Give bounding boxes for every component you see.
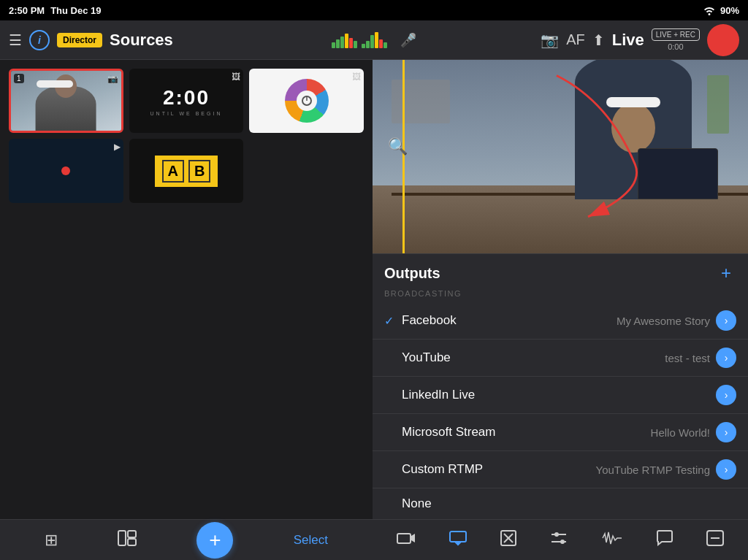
check-icon-linkedin: ✓: [384, 388, 399, 402]
toolbar: ☰ i Director Sources: [0, 20, 748, 60]
grid-icon[interactable]: ⊞: [45, 531, 58, 550]
output-sub-microsoft: Hello World!: [651, 426, 710, 439]
status-right: 90%: [703, 5, 739, 16]
output-name-youtube: YouTube: [402, 350, 665, 365]
director-badge[interactable]: Director: [57, 33, 102, 47]
output-name-none: None: [402, 496, 730, 511]
countdown-time: 2:00: [163, 86, 210, 110]
right-panel: 🔍 Outputs + BROADCASTING ✓ Faceb: [373, 60, 748, 519]
live-rec-badge: LIVE + REC: [652, 28, 700, 41]
check-icon-youtube: ✓: [384, 351, 399, 365]
battery-display: 90%: [720, 5, 739, 16]
source-thumb-countdown[interactable]: 2:00 UNTIL WE BEGIN 🖼: [129, 69, 244, 133]
output-name-microsoft: Microsoft Stream: [402, 425, 651, 440]
toolbar-right: 📷 AF ⬆ Live LIVE + REC 0:00: [496, 24, 739, 56]
red-dot: [61, 166, 70, 175]
camera-icon[interactable]: 📷: [541, 31, 559, 49]
source-vid-icon: ▶: [114, 142, 121, 152]
preview-area: 🔍: [373, 60, 748, 253]
outputs-header: Outputs +: [373, 254, 748, 289]
source-cam-icon: 📷: [107, 74, 118, 84]
chevron-linkedin[interactable]: ›: [716, 385, 736, 405]
share-icon[interactable]: ⬆: [592, 31, 605, 49]
bottom-bar: ⊞ + Select: [0, 519, 748, 560]
layout-icon[interactable]: [118, 530, 137, 551]
broadcasting-label: BROADCASTING: [373, 289, 748, 302]
menu-icon[interactable]: ☰: [9, 31, 22, 49]
select-button[interactable]: Select: [294, 533, 328, 548]
chevron-youtube[interactable]: ›: [716, 348, 736, 368]
status-left: 2:50 PM Thu Dec 19: [9, 5, 102, 16]
tab-close-icon[interactable]: [500, 530, 516, 550]
output-item-none[interactable]: ✓ None: [373, 488, 748, 519]
af-button[interactable]: AF: [566, 31, 585, 48]
yellow-line: [402, 60, 405, 253]
tab-camera-icon[interactable]: [397, 530, 416, 550]
left-panel: 1 📷 2:00 UNTIL WE BEGIN 🖼: [0, 60, 373, 519]
output-item-rtmp[interactable]: ✓ Custom RTMP YouTube RTMP Testing ›: [373, 451, 748, 488]
info-button[interactable]: i: [29, 30, 50, 50]
output-name-rtmp: Custom RTMP: [402, 462, 596, 477]
output-name-facebook: Facebook: [402, 313, 617, 328]
output-item-facebook[interactable]: ✓ Facebook My Awesome Story ›: [373, 302, 748, 340]
time-counter: 0:00: [668, 42, 683, 51]
svg-rect-6: [397, 534, 411, 543]
record-button[interactable]: [707, 24, 739, 56]
bottom-right: [373, 530, 748, 550]
toolbar-left: ☰ i Director Sources: [9, 30, 252, 50]
svg-marker-7: [411, 534, 415, 542]
output-sub-rtmp: YouTube RTMP Testing: [596, 464, 711, 476]
lower-third-bar: A B: [155, 156, 218, 187]
outputs-panel: Outputs + BROADCASTING ✓ Facebook My Awe…: [373, 253, 748, 519]
chevron-facebook[interactable]: ›: [716, 310, 736, 331]
date-display: Thu Dec 19: [50, 5, 101, 16]
countdown-sub: UNTIL WE BEGIN: [150, 111, 223, 116]
source-thumb-lower-third[interactable]: A B: [129, 139, 244, 203]
output-sub-facebook: My Awesome Story: [617, 315, 710, 327]
add-source-button[interactable]: +: [196, 522, 233, 559]
status-bar: 2:50 PM Thu Dec 19 90%: [0, 0, 748, 20]
pie-chart: [285, 79, 329, 123]
output-item-youtube[interactable]: ✓ YouTube test - test ›: [373, 340, 748, 377]
wifi-icon: [703, 5, 716, 15]
toolbar-center: 🎤: [252, 32, 495, 48]
tab-chat-icon[interactable]: [656, 530, 673, 550]
svg-rect-4: [128, 531, 136, 537]
source-label-webcam: 1: [14, 74, 24, 83]
outputs-title: Outputs: [384, 265, 440, 282]
time-display: 2:50 PM: [9, 5, 45, 16]
svg-point-14: [554, 532, 559, 537]
microphone-icon[interactable]: 🎤: [400, 32, 416, 48]
source-img-icon2: 🖼: [352, 72, 361, 82]
chevron-microsoft[interactable]: ›: [716, 422, 736, 442]
main-content: 1 📷 2:00 UNTIL WE BEGIN 🖼: [0, 60, 748, 519]
output-name-linkedin: LinkedIn Live: [402, 388, 710, 402]
sources-title: Sources: [110, 31, 173, 50]
svg-rect-3: [118, 531, 126, 545]
svg-rect-8: [450, 532, 466, 542]
chevron-rtmp[interactable]: ›: [716, 459, 736, 480]
source-thumb-chart[interactable]: 🖼: [249, 69, 364, 133]
tab-waveform-icon[interactable]: [601, 530, 623, 550]
check-icon-facebook: ✓: [384, 314, 399, 328]
source-img-icon: 🖼: [232, 72, 240, 82]
tab-mixer-icon[interactable]: [549, 530, 568, 550]
tab-more-icon[interactable]: [706, 530, 724, 550]
source-thumb-webcam[interactable]: 1 📷: [9, 69, 123, 133]
source-thumb-dark[interactable]: ▶: [9, 139, 123, 203]
search-overlay-icon: 🔍: [388, 137, 408, 156]
output-sub-youtube: test - test: [665, 352, 710, 364]
tab-output-icon[interactable]: [449, 530, 468, 550]
output-item-linkedin[interactable]: ✓ LinkedIn Live ›: [373, 377, 748, 414]
svg-rect-5: [128, 539, 136, 545]
check-icon-rtmp: ✓: [384, 463, 399, 477]
add-output-button[interactable]: +: [716, 263, 736, 283]
svg-point-16: [560, 540, 565, 544]
bottom-left: ⊞ + Select: [0, 522, 373, 559]
check-icon-microsoft: ✓: [384, 426, 399, 440]
live-label: Live: [612, 31, 644, 50]
output-item-microsoft[interactable]: ✓ Microsoft Stream Hello World! ›: [373, 414, 748, 451]
audio-level-bars: [332, 32, 387, 48]
check-icon-none: ✓: [384, 497, 399, 511]
sources-grid: 1 📷 2:00 UNTIL WE BEGIN 🖼: [9, 69, 364, 203]
